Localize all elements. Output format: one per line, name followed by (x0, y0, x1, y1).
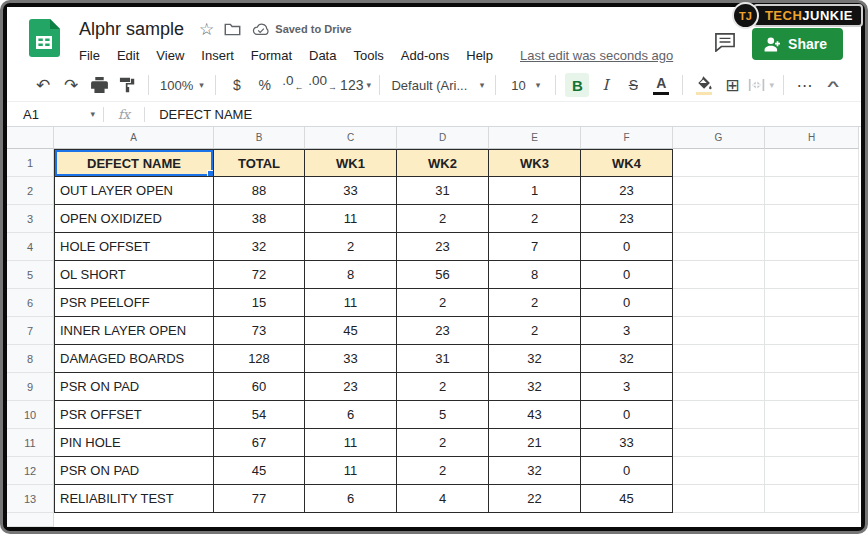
cell-H8[interactable] (765, 345, 859, 373)
row-header-8[interactable]: 8 (7, 345, 54, 373)
cell-F1[interactable]: WK4 (581, 149, 673, 177)
move-folder-icon[interactable] (224, 22, 241, 37)
cell-F10[interactable]: 0 (581, 401, 673, 429)
cell-D13[interactable]: 4 (397, 485, 489, 513)
cell-F11[interactable]: 33 (581, 429, 673, 457)
cell-B10[interactable]: 54 (214, 401, 305, 429)
cell-G13[interactable] (673, 485, 765, 513)
cell-D12[interactable]: 2 (397, 457, 489, 485)
menu-file[interactable]: File (79, 48, 100, 63)
cell-A11[interactable]: PIN HOLE (54, 429, 214, 457)
cell-G4[interactable] (673, 233, 765, 261)
column-header-e[interactable]: E (489, 127, 581, 149)
menu-format[interactable]: Format (251, 48, 292, 63)
column-header-g[interactable]: G (673, 127, 765, 149)
cell-B6[interactable]: 15 (214, 289, 305, 317)
cell-D9[interactable]: 2 (397, 373, 489, 401)
cell-E13[interactable]: 22 (489, 485, 581, 513)
cell-G8[interactable] (673, 345, 765, 373)
cell-C6[interactable]: 11 (305, 289, 397, 317)
menu-insert[interactable]: Insert (201, 48, 234, 63)
row-header-6[interactable]: 6 (7, 289, 54, 317)
row-header-14[interactable] (7, 513, 54, 527)
cell-B11[interactable]: 67 (214, 429, 305, 457)
cell-B9[interactable]: 60 (214, 373, 305, 401)
column-header-c[interactable]: C (305, 127, 397, 149)
cell-A12[interactable]: PSR ON PAD (54, 457, 214, 485)
document-title[interactable]: Alphr sample (79, 19, 184, 40)
font-family-select[interactable]: Default (Ari... ▾ (387, 78, 488, 93)
fill-color-button[interactable] (692, 73, 716, 97)
column-header-f[interactable]: F (581, 127, 673, 149)
cell-C12[interactable]: 11 (305, 457, 397, 485)
sheets-logo-icon[interactable] (23, 17, 65, 59)
name-box[interactable]: A1 ▾ (7, 107, 103, 122)
cell-E9[interactable]: 32 (489, 373, 581, 401)
cell-C5[interactable]: 8 (305, 261, 397, 289)
cell-H12[interactable] (765, 457, 859, 485)
cell-B13[interactable]: 77 (214, 485, 305, 513)
font-size-select[interactable]: 10 ▾ (503, 78, 548, 93)
cell-C3[interactable]: 11 (305, 205, 397, 233)
cell-G1[interactable] (673, 149, 765, 177)
cell-B5[interactable]: 72 (214, 261, 305, 289)
formula-input[interactable]: DEFECT NAME (145, 107, 252, 122)
cell-H7[interactable] (765, 317, 859, 345)
cell-C1[interactable]: WK1 (305, 149, 397, 177)
number-format-button[interactable]: 123 ▾ (341, 73, 371, 97)
cell-F13[interactable]: 45 (581, 485, 673, 513)
row-header-13[interactable]: 13 (7, 485, 54, 513)
cell-F9[interactable]: 3 (581, 373, 673, 401)
cell-A3[interactable]: OPEN OXIDIZED (54, 205, 214, 233)
cell-A6[interactable]: PSR PEELOFF (54, 289, 214, 317)
menu-add-ons[interactable]: Add-ons (401, 48, 449, 63)
cell-A7[interactable]: INNER LAYER OPEN (54, 317, 214, 345)
cell-F8[interactable]: 32 (581, 345, 673, 373)
cell-C13[interactable]: 6 (305, 485, 397, 513)
cell-H10[interactable] (765, 401, 859, 429)
last-edit-link[interactable]: Last edit was seconds ago (520, 48, 673, 63)
cell-D7[interactable]: 23 (397, 317, 489, 345)
cell-G3[interactable] (673, 205, 765, 233)
redo-icon[interactable]: ↷ (59, 73, 83, 97)
italic-button[interactable]: I (593, 73, 617, 97)
row-header-7[interactable]: 7 (7, 317, 54, 345)
cell-H13[interactable] (765, 485, 859, 513)
cell-B2[interactable]: 88 (214, 177, 305, 205)
row-header-3[interactable]: 3 (7, 205, 54, 233)
row-header-11[interactable]: 11 (7, 429, 54, 457)
menu-help[interactable]: Help (466, 48, 493, 63)
cell-D1[interactable]: WK2 (397, 149, 489, 177)
cell-E6[interactable]: 2 (489, 289, 581, 317)
cell-B4[interactable]: 32 (214, 233, 305, 261)
cell-E11[interactable]: 21 (489, 429, 581, 457)
column-header-d[interactable]: D (397, 127, 489, 149)
paint-format-icon[interactable] (115, 73, 139, 97)
increase-decimal-button[interactable]: .00 → (309, 73, 337, 97)
cell-G7[interactable] (673, 317, 765, 345)
zoom-select[interactable]: 100% ▾ (156, 78, 208, 93)
saved-status[interactable]: Saved to Drive (252, 23, 351, 36)
cell-E2[interactable]: 1 (489, 177, 581, 205)
cell-A10[interactable]: PSR OFFSET (54, 401, 214, 429)
cell-G2[interactable] (673, 177, 765, 205)
cell-G6[interactable] (673, 289, 765, 317)
cell-H4[interactable] (765, 233, 859, 261)
cell-E8[interactable]: 32 (489, 345, 581, 373)
cell-F7[interactable]: 3 (581, 317, 673, 345)
row-header-10[interactable]: 10 (7, 401, 54, 429)
menu-view[interactable]: View (156, 48, 184, 63)
cell-D3[interactable]: 2 (397, 205, 489, 233)
menu-data[interactable]: Data (309, 48, 336, 63)
cell-E7[interactable]: 2 (489, 317, 581, 345)
cell-D2[interactable]: 31 (397, 177, 489, 205)
cell-F2[interactable]: 23 (581, 177, 673, 205)
cell-E1[interactable]: WK3 (489, 149, 581, 177)
cell-D8[interactable]: 31 (397, 345, 489, 373)
cell-A5[interactable]: OL SHORT (54, 261, 214, 289)
cell-B1[interactable]: TOTAL (214, 149, 305, 177)
cell-B8[interactable]: 128 (214, 345, 305, 373)
strikethrough-button[interactable]: S (621, 73, 645, 97)
cell-C4[interactable]: 2 (305, 233, 397, 261)
cell-F6[interactable]: 0 (581, 289, 673, 317)
